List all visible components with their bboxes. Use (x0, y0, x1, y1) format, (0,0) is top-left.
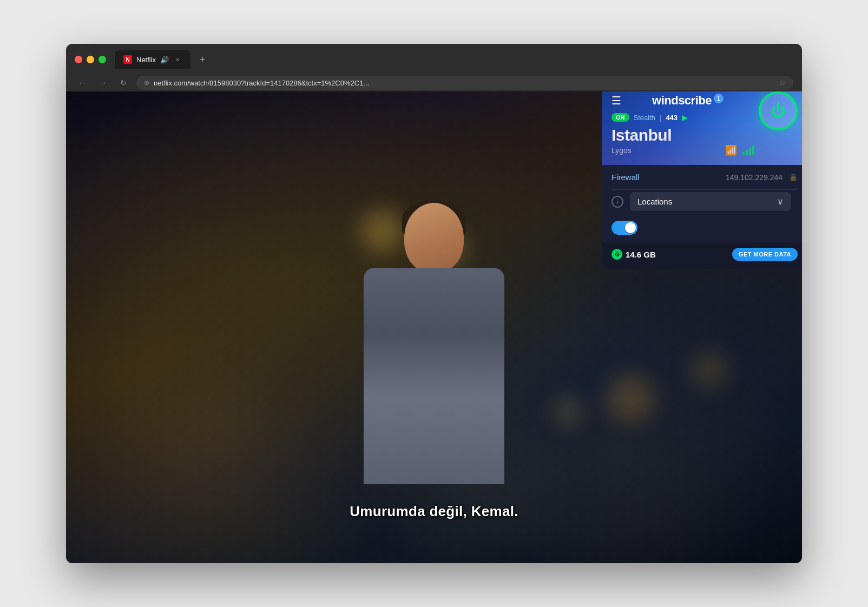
close-window-button[interactable] (75, 56, 82, 63)
vpn-toggle-switch[interactable] (611, 221, 637, 235)
minimize-window-button[interactable] (87, 56, 94, 63)
tab-audio-icon: 🔊 (160, 56, 169, 64)
bookmark-icon: ☆ (779, 78, 786, 87)
address-bar[interactable]: ⊕ netflix.com/watch/81598030?trackId=141… (136, 76, 793, 90)
chevron-down-icon: ∨ (777, 196, 784, 207)
vpn-locations-label: Locations (637, 197, 773, 206)
vpn-notification-badge: 1 (714, 94, 724, 103)
vpn-on-badge: ON (611, 113, 629, 122)
bokeh-light-5 (691, 351, 728, 389)
vpn-status-arrow: ▶ (682, 113, 688, 122)
vpn-menu-button[interactable]: ☰ (611, 94, 621, 107)
vpn-firewall-label: Firewall (611, 173, 640, 182)
vpn-power-button[interactable]: ⏻ (759, 91, 798, 130)
browser-top-bar: N Netflix 🔊 × + (66, 44, 802, 73)
vpn-isp-row: Lygos 📶 (611, 144, 798, 156)
vpn-info-row: i Locations ∨ (602, 190, 802, 216)
vpn-city: Istanbul (611, 126, 798, 144)
signal-bar-3 (749, 148, 751, 155)
wifi-icon: 📶 (725, 144, 737, 156)
vpn-signal-icons: 📶 (725, 144, 754, 156)
vpn-locations-dropdown[interactable]: Locations ∨ (630, 192, 791, 211)
site-info-icon: ⊕ (144, 79, 149, 87)
signal-bars (742, 146, 754, 155)
vpn-toggle-knob (625, 222, 636, 233)
vpn-lock-icon: 🔒 (789, 173, 798, 181)
vpn-info-button[interactable]: i (611, 196, 623, 208)
vpn-get-more-data-button[interactable]: GET MORE DATA (732, 248, 798, 261)
address-text: netflix.com/watch/81598030?trackId=14170… (154, 79, 774, 87)
vpn-toggle-row (602, 216, 802, 242)
tab-title: Netflix (136, 56, 156, 64)
window-controls (75, 56, 106, 63)
vpn-logo: ☰ (611, 94, 621, 107)
browser-chrome: N Netflix 🔊 × + ← → ↻ (66, 44, 802, 91)
bokeh-light-4 (554, 398, 581, 425)
signal-bar-1 (742, 152, 745, 155)
power-icon: ⏻ (771, 103, 786, 118)
video-person (331, 170, 537, 484)
vpn-port-label: 443 (666, 114, 678, 122)
vpn-data-row: ⊙ 14.6 GB GET MORE DATA (602, 242, 802, 269)
vpn-status-divider: | (660, 114, 661, 122)
signal-bar-2 (746, 150, 748, 155)
tab-bar: N Netflix 🔊 × + (115, 50, 793, 69)
vpn-stealth-label: Stealth (634, 114, 655, 122)
windscribe-logo: windscribe 1 (652, 94, 724, 108)
vpn-ip-container: 149.102.229.244 🔒 (726, 173, 798, 182)
back-button[interactable]: ← (75, 75, 90, 90)
subtitle-text: Umurumda değil, Kemal. (350, 503, 518, 520)
vpn-isp-label: Lygos (611, 146, 632, 155)
vpn-data-icon: ⊙ (611, 249, 622, 260)
video-area: Umurumda değil, Kemal. ☰ windscribe 1 (66, 91, 802, 563)
vpn-header: ☰ windscribe 1 ⏻ ON Stealth | (602, 91, 802, 165)
tab-close-button[interactable]: × (173, 55, 182, 64)
vpn-ip-address: 149.102.229.244 (726, 173, 782, 182)
person-head (404, 203, 464, 273)
vpn-firewall-row: Firewall 149.102.229.244 🔒 (602, 165, 802, 189)
refresh-button[interactable]: ↻ (116, 75, 131, 90)
maximize-window-button[interactable] (98, 56, 106, 63)
netflix-tab[interactable]: N Netflix 🔊 × (115, 50, 190, 69)
bokeh-light-3 (606, 374, 655, 423)
forward-button[interactable]: → (95, 75, 110, 90)
vpn-logo-text: windscribe (652, 94, 712, 108)
vpn-body: Firewall 149.102.229.244 🔒 i Locations ∨ (602, 165, 802, 269)
netflix-favicon: N (123, 55, 132, 64)
new-tab-button[interactable]: + (195, 52, 210, 67)
subtitle-bar: Umurumda değil, Kemal. (66, 503, 802, 520)
vpn-data-text: 14.6 GB (626, 250, 656, 259)
browser-window: N Netflix 🔊 × + ← → ↻ (66, 44, 802, 563)
signal-bar-4 (752, 146, 754, 155)
vpn-data-amount: ⊙ 14.6 GB (611, 249, 656, 260)
vpn-widget: ☰ windscribe 1 ⏻ ON Stealth | (602, 91, 802, 269)
person-body (364, 268, 504, 484)
